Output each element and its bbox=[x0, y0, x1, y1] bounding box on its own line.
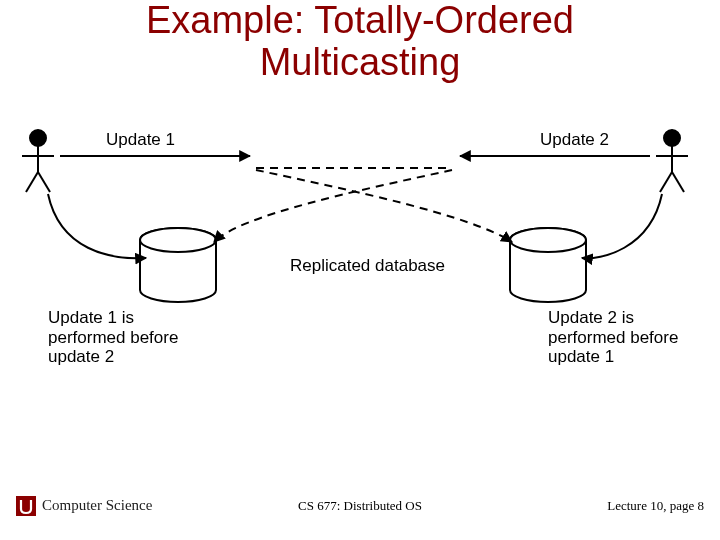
footer-right: Lecture 10, page 8 bbox=[607, 498, 704, 514]
svg-line-4 bbox=[38, 172, 50, 192]
label-update2: Update 2 bbox=[540, 130, 609, 150]
caption-right: Update 2 is performed before update 1 bbox=[548, 308, 678, 367]
title-line-1: Example: Totally-Ordered bbox=[146, 0, 574, 41]
person-icon-right bbox=[656, 130, 688, 192]
svg-point-5 bbox=[664, 130, 680, 146]
svg-line-9 bbox=[672, 172, 684, 192]
arrow-update1-to-right-db bbox=[256, 170, 512, 242]
label-replicated-db: Replicated database bbox=[290, 256, 445, 276]
arrow-right-person-to-right-db bbox=[582, 194, 662, 258]
arrow-update2-to-left-db bbox=[214, 170, 452, 242]
multicasting-diagram: Update 1 Update 2 Replicated database Up… bbox=[0, 120, 720, 440]
svg-point-0 bbox=[30, 130, 46, 146]
arrow-left-person-to-left-db bbox=[48, 194, 146, 258]
slide-title: Example: Totally-Ordered Multicasting bbox=[0, 0, 720, 84]
svg-point-13 bbox=[510, 228, 586, 252]
caption-left: Update 1 is performed before update 2 bbox=[48, 308, 178, 367]
person-icon-left bbox=[22, 130, 54, 192]
title-line-2: Multicasting bbox=[260, 41, 461, 83]
svg-line-3 bbox=[26, 172, 38, 192]
database-icon-left bbox=[140, 228, 216, 302]
label-update1: Update 1 bbox=[106, 130, 175, 150]
svg-line-8 bbox=[660, 172, 672, 192]
svg-point-11 bbox=[140, 228, 216, 252]
database-icon-right bbox=[510, 228, 586, 302]
